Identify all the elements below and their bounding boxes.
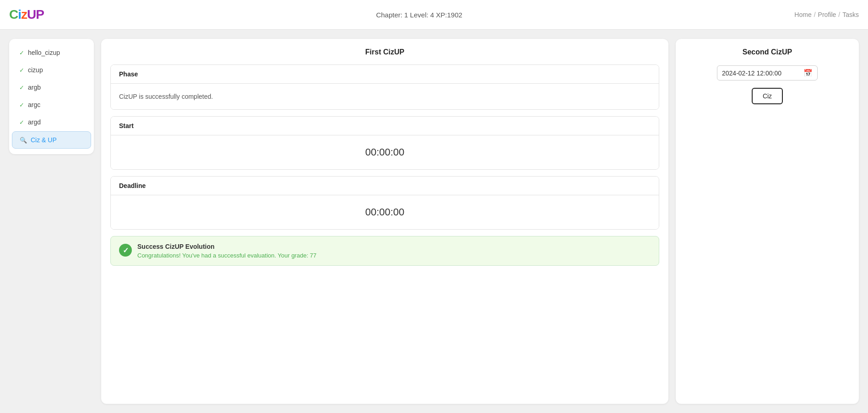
phase-header: Phase [111,65,659,84]
sidebar-item-label: hello_cizup [28,49,60,56]
logo: CizUP [9,7,44,22]
header: CizUP Chapter: 1 Level: 4 XP:1902 Home /… [0,0,868,30]
first-cizup-panel: First CizUP Phase CizUP is successfully … [101,39,668,404]
success-icon-wrap: ✓ [119,244,132,257]
success-text: Success CizUP Evolution Congratulations!… [137,243,316,259]
nav-profile[interactable]: Profile [818,11,836,18]
success-banner: ✓ Success CizUP Evolution Congratulation… [110,236,659,266]
sidebar-item-argc[interactable]: ✓argc [12,97,91,113]
sidebar-item-label: argc [28,101,40,108]
sidebar-item-label: Ciz & UP [31,136,57,144]
second-cizup-panel: Second CizUP 📅 Ciz [676,39,859,404]
check-icon: ✓ [19,119,24,126]
content: First CizUP Phase CizUP is successfully … [101,39,859,404]
logo-up: UP [27,7,44,21]
start-time: 00:00:00 [111,135,659,169]
check-icon: ✓ [19,49,24,56]
nav-sep2: / [838,11,840,18]
nav-home[interactable]: Home [794,11,811,18]
sidebar-item-ciz-and-up[interactable]: 🔍Ciz & UP [12,131,91,149]
start-header: Start [111,117,659,135]
success-checkmark-icon: ✓ [123,246,129,255]
success-title: Success CizUP Evolution [137,243,316,250]
logo-c: C [9,7,18,21]
sidebar-item-argb[interactable]: ✓argb [12,79,91,96]
nav-tasks[interactable]: Tasks [842,11,859,18]
first-panel-title: First CizUP [110,48,659,56]
sidebar-item-label: argd [28,118,41,126]
phase-section: Phase CizUP is successfully completed. [110,64,659,110]
sidebar-item-cizup[interactable]: ✓cizup [12,62,91,78]
header-nav: Home / Profile / Tasks [794,11,859,18]
second-panel-title: Second CizUP [685,48,850,56]
sidebar-item-argd[interactable]: ✓argd [12,114,91,130]
deadline-time: 00:00:00 [111,195,659,229]
deadline-section: Deadline 00:00:00 [110,176,659,230]
chapter-info: Chapter: 1 Level: 4 XP:1902 [376,11,462,19]
search-icon: 🔍 [20,137,27,144]
sidebar: ✓hello_cizup✓cizup✓argb✓argc✓argd🔍Ciz & … [9,39,94,154]
check-icon: ✓ [19,102,24,108]
calendar-icon[interactable]: 📅 [803,69,813,77]
phase-body: CizUP is successfully completed. [111,84,659,109]
sidebar-item-label: argb [28,84,41,91]
datetime-input[interactable] [722,70,803,77]
datetime-input-wrap[interactable]: 📅 [717,65,818,80]
check-icon: ✓ [19,84,24,91]
nav-sep1: / [814,11,816,18]
start-section: Start 00:00:00 [110,116,659,170]
sidebar-item-hello_cizup[interactable]: ✓hello_cizup [12,44,91,61]
logo-z: z [21,7,27,21]
check-icon: ✓ [19,67,24,74]
deadline-header: Deadline [111,177,659,195]
main-layout: ✓hello_cizup✓cizup✓argb✓argc✓argd🔍Ciz & … [0,30,868,413]
ciz-button[interactable]: Ciz [752,88,783,104]
success-description: Congratulations! You've had a successful… [137,252,316,259]
logo-i: i [18,7,21,21]
sidebar-item-label: cizup [28,66,43,74]
